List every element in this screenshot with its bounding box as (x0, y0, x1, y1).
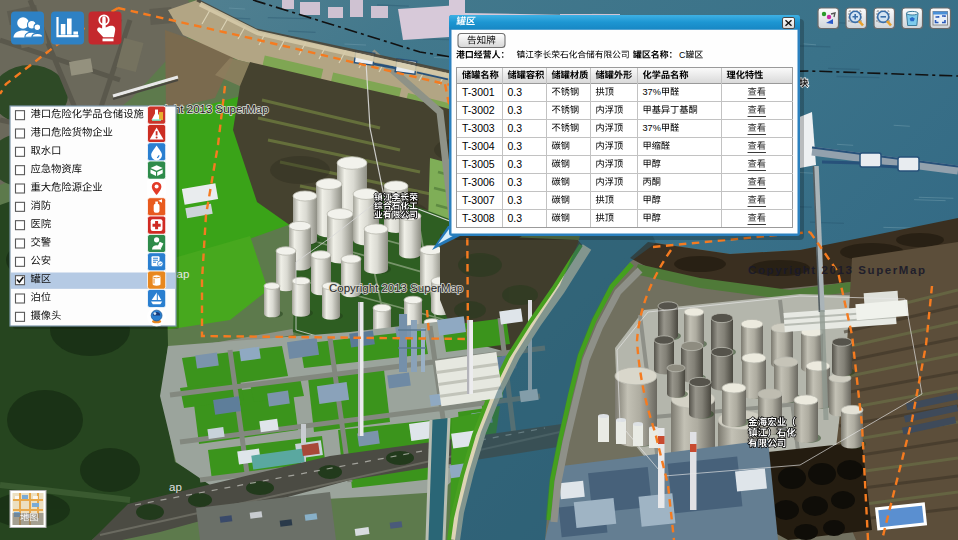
svg-text:ap: ap (169, 481, 182, 493)
svg-text:0.3: 0.3 (508, 140, 523, 152)
svg-text:T-3008: T-3008 (462, 212, 495, 224)
svg-text:T-3007: T-3007 (462, 194, 495, 206)
svg-text:0.3: 0.3 (508, 86, 523, 98)
svg-text:Copyright 2013 SuperMap: Copyright 2013 SuperMap (329, 282, 463, 294)
svg-text:T-3001: T-3001 (462, 86, 495, 98)
svg-text:0.3: 0.3 (508, 122, 523, 134)
svg-text:Copyright 2013 SuperMap: Copyright 2013 SuperMap (748, 264, 927, 276)
svg-text:T-3004: T-3004 (462, 140, 495, 152)
svg-text:T-3002: T-3002 (462, 104, 495, 116)
svg-text:0.3: 0.3 (508, 158, 523, 170)
svg-text:37%: 37% (643, 123, 661, 133)
svg-text:T-3006: T-3006 (462, 176, 495, 188)
svg-text:0.3: 0.3 (508, 104, 523, 116)
svg-text:ight 2013 SuperMap: ight 2013 SuperMap (165, 103, 269, 115)
svg-text:C: C (679, 50, 686, 60)
svg-text:0.3: 0.3 (508, 212, 523, 224)
svg-text:0.3: 0.3 (508, 176, 523, 188)
svg-text:37%: 37% (643, 87, 661, 97)
svg-text:T-3005: T-3005 (462, 158, 495, 170)
svg-text:T-3003: T-3003 (462, 122, 495, 134)
svg-text:0.3: 0.3 (508, 194, 523, 206)
